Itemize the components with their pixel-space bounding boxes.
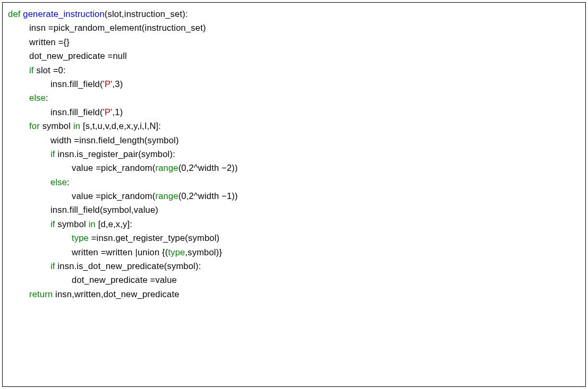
code-token: (0,2^width −2)): [178, 163, 238, 172]
code-line: if symbol in [d,e,x,y]:: [8, 217, 580, 231]
code-line: insn.fill_field('P',3): [8, 77, 580, 91]
code-line: value =pick_random(range(0,2^width −1)): [8, 189, 580, 203]
code-line: written ={}: [8, 35, 580, 49]
code-token: 'P': [103, 79, 113, 89]
code-token: [d,e,x,y]:: [98, 219, 132, 229]
code-token: slot =0:: [36, 65, 65, 75]
code-token: generate_instruction: [23, 9, 105, 19]
code-token: value =pick_random(: [72, 163, 155, 172]
code-token: 'P': [103, 107, 113, 117]
code-token: if: [50, 219, 57, 229]
code-line: insn =pick_random_element(instruction_se…: [8, 21, 580, 34]
code-line: dot_new_predicate =null: [8, 49, 580, 63]
code-token: :: [67, 177, 70, 187]
code-token: return: [29, 289, 55, 299]
code-token: type: [168, 247, 185, 257]
code-token: insn.fill_field(: [50, 107, 103, 117]
code-line: if slot =0:: [8, 63, 580, 77]
code-token: dot_new_predicate =null: [29, 51, 127, 60]
code-token: width =insn.field_length(symbol): [50, 135, 179, 145]
code-line: type =insn.get_register_type(symbol): [8, 231, 580, 245]
code-token: (slot,instruction_set):: [105, 9, 188, 19]
code-token: symbol: [57, 219, 88, 229]
code-token: insn.fill_field(: [50, 79, 103, 89]
code-token: else: [29, 93, 46, 102]
code-token: value =pick_random(: [72, 191, 155, 201]
code-line: insn.fill_field('P',1): [8, 105, 580, 119]
code-token: dot_new_predicate =value: [72, 275, 177, 284]
code-line: value =pick_random(range(0,2^width −2)): [8, 161, 580, 175]
code-token: range: [155, 163, 178, 172]
code-line: width =insn.field_length(symbol): [8, 133, 580, 147]
code-token: symbol: [42, 121, 73, 131]
code-token: =insn.get_register_type(symbol): [91, 233, 219, 243]
code-token: if: [29, 65, 36, 75]
code-token: insn,written,dot_new_predicate: [55, 289, 179, 299]
code-token: in: [89, 219, 98, 229]
code-token: range: [155, 191, 178, 201]
code-line: else:: [8, 175, 580, 189]
code-token: :: [46, 93, 48, 102]
code-token: (0,2^width −1)): [178, 191, 238, 201]
code-line: if insn.is_register_pair(symbol):: [8, 147, 580, 161]
code-token: insn.is_register_pair(symbol):: [57, 149, 175, 159]
code-token: ,3): [112, 79, 123, 89]
code-line: for symbol in [s,t,u,v,d,e,x,y,i,I,N]:: [8, 119, 580, 133]
code-token: in: [73, 121, 83, 131]
code-token: if: [50, 149, 57, 159]
code-token: for: [29, 121, 42, 131]
code-token: insn =pick_random_element(instruction_se…: [29, 23, 206, 32]
code-token: type: [72, 233, 91, 243]
code-token: ,1): [112, 107, 123, 117]
code-line: return insn,written,dot_new_predicate: [8, 287, 580, 301]
code-line: dot_new_predicate =value: [8, 273, 580, 287]
code-line: def generate_instruction(slot,instructio…: [8, 7, 580, 21]
code-token: else: [50, 177, 67, 187]
code-token: insn.is_dot_new_predicate(symbol):: [57, 261, 201, 271]
code-token: ,symbol)}: [185, 247, 222, 257]
code-line: insn.fill_field(symbol,value): [8, 203, 580, 217]
code-token: written =written |union {(: [72, 247, 168, 257]
code-token: [s,t,u,v,d,e,x,y,i,I,N]:: [83, 121, 161, 131]
code-token: insn.fill_field(symbol,value): [50, 205, 158, 214]
code-token: if: [50, 261, 57, 271]
code-token: def: [8, 9, 23, 19]
code-token: written ={}: [29, 37, 70, 47]
code-line: else:: [8, 91, 580, 105]
code-block: def generate_instruction(slot,instructio…: [2, 2, 586, 387]
code-line: written =written |union {(type,symbol)}: [8, 245, 580, 259]
code-line: if insn.is_dot_new_predicate(symbol):: [8, 259, 580, 273]
